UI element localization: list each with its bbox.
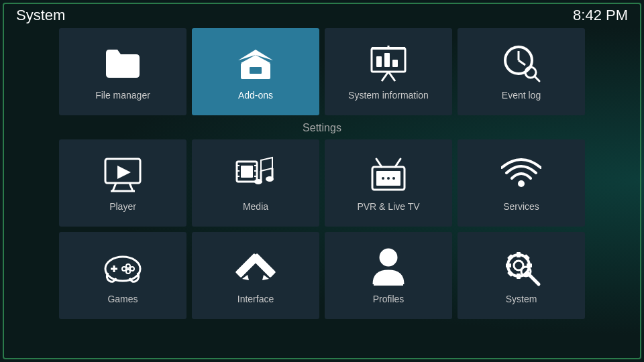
- tile-media[interactable]: Media: [192, 139, 319, 227]
- svg-rect-10: [392, 60, 398, 67]
- svg-point-46: [126, 264, 130, 268]
- tile-file-manager[interactable]: File manager: [59, 28, 186, 115]
- svg-rect-59: [517, 274, 521, 279]
- svg-line-21: [129, 183, 133, 191]
- svg-point-48: [126, 269, 130, 274]
- svg-line-17: [535, 76, 539, 81]
- svg-line-6: [382, 72, 388, 81]
- system-icon: [501, 247, 541, 287]
- settings-row-2: Games Interface: [40, 232, 604, 319]
- profiles-label: Profiles: [373, 294, 405, 304]
- event-log-icon: [501, 43, 541, 83]
- tile-services[interactable]: Services: [458, 139, 585, 227]
- system-information-icon: [368, 43, 409, 83]
- svg-point-40: [387, 177, 390, 180]
- tile-games[interactable]: Games: [59, 232, 186, 319]
- svg-point-41: [392, 177, 395, 180]
- interface-icon: [235, 247, 276, 287]
- pvr-live-tv-label: PVR & Live TV: [357, 201, 419, 212]
- svg-point-55: [380, 249, 396, 265]
- player-icon: [103, 154, 143, 194]
- svg-point-42: [518, 180, 525, 187]
- page-title: System: [16, 7, 65, 24]
- games-icon: [103, 247, 143, 287]
- svg-line-20: [113, 183, 116, 191]
- svg-point-47: [130, 267, 134, 271]
- system-information-label: System information: [348, 90, 429, 101]
- svg-line-15: [519, 60, 525, 65]
- tile-event-log[interactable]: Event log: [458, 28, 585, 115]
- file-manager-icon: [103, 43, 143, 83]
- add-ons-label: Add-ons: [238, 90, 273, 101]
- tile-player[interactable]: Player: [59, 139, 186, 227]
- system-label: System: [506, 294, 537, 304]
- svg-marker-51: [242, 275, 249, 280]
- svg-rect-4: [250, 67, 262, 74]
- svg-rect-8: [376, 56, 382, 67]
- file-manager-label: File manager: [95, 90, 150, 101]
- clock: 8:42 PM: [573, 7, 628, 24]
- services-label: Services: [503, 201, 539, 212]
- settings-row-1: Player: [40, 139, 604, 227]
- tile-interface[interactable]: Interface: [192, 232, 319, 319]
- svg-line-36: [376, 159, 382, 167]
- services-icon: [501, 154, 541, 194]
- tile-profiles[interactable]: Profiles: [325, 232, 452, 319]
- player-label: Player: [109, 201, 136, 212]
- tile-system[interactable]: System: [458, 232, 585, 319]
- profiles-icon: [368, 247, 409, 287]
- svg-point-33: [254, 179, 262, 184]
- games-label: Games: [107, 294, 138, 304]
- svg-rect-9: [384, 53, 390, 67]
- add-ons-icon: [235, 43, 276, 83]
- tile-add-ons[interactable]: Add-ons: [192, 28, 319, 115]
- svg-point-39: [382, 177, 384, 180]
- interface-label: Interface: [237, 294, 274, 304]
- svg-line-37: [395, 159, 400, 167]
- event-log-label: Event log: [502, 90, 541, 101]
- pvr-live-tv-icon: [368, 154, 409, 194]
- svg-marker-19: [117, 166, 131, 179]
- media-label: Media: [243, 201, 268, 212]
- svg-rect-58: [517, 252, 521, 257]
- settings-section-label: Settings: [40, 115, 604, 139]
- tile-pvr-live-tv[interactable]: PVR & Live TV: [325, 139, 452, 227]
- media-icon: [235, 154, 276, 194]
- top-row: File manager Add-ons: [40, 28, 604, 115]
- svg-point-49: [122, 267, 126, 271]
- svg-rect-52: [252, 253, 276, 278]
- svg-line-7: [388, 72, 395, 81]
- svg-marker-53: [262, 275, 269, 280]
- svg-rect-24: [241, 166, 253, 178]
- svg-point-34: [266, 176, 274, 182]
- svg-rect-60: [506, 263, 511, 267]
- tile-system-information[interactable]: System information: [325, 28, 452, 115]
